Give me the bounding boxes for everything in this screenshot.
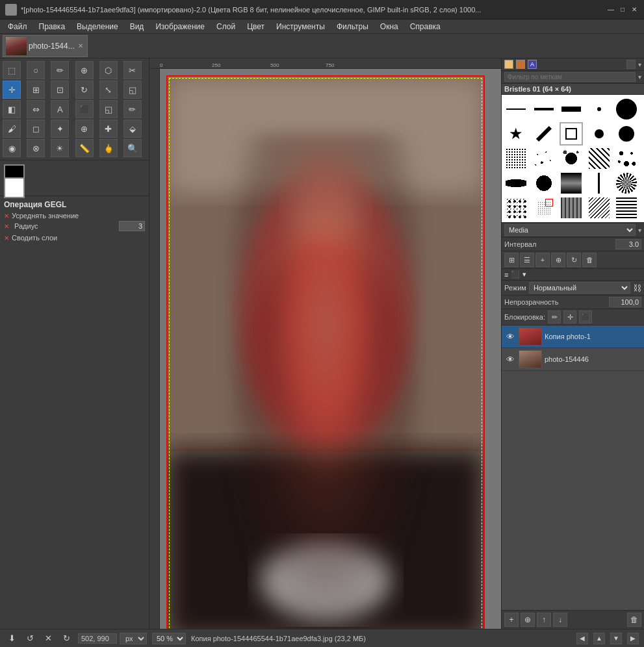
tool-free-select[interactable]: ✏ xyxy=(51,61,69,79)
tool-airbrush[interactable]: ✦ xyxy=(51,120,69,138)
background-color[interactable] xyxy=(4,177,25,198)
opacity-input[interactable] xyxy=(609,297,641,307)
brush-cell-22[interactable] xyxy=(532,196,556,220)
close-button[interactable]: ✕ xyxy=(630,5,639,14)
brush-cell-25[interactable] xyxy=(615,196,638,220)
layer-1-visibility[interactable]: 👁 xyxy=(504,331,516,342)
nav-down-button[interactable]: ▼ xyxy=(610,633,622,644)
layer-dup-button[interactable]: ⊕ xyxy=(521,613,535,627)
menu-item-0[interactable]: Файл xyxy=(3,21,32,32)
brush-cell-17[interactable] xyxy=(532,171,556,195)
media-select[interactable]: Media xyxy=(504,224,636,236)
status-export-icon[interactable]: ⬇ xyxy=(5,632,18,645)
nav-right-button[interactable]: ▶ xyxy=(627,633,639,644)
brush-action-new[interactable]: + xyxy=(535,253,550,267)
status-undo-icon[interactable]: ↺ xyxy=(23,632,36,645)
brush-cell-8[interactable] xyxy=(560,122,583,146)
layers-panel-arrow[interactable]: ▾ xyxy=(522,270,526,279)
tool-scale[interactable]: ⤡ xyxy=(99,81,118,99)
unit-select[interactable]: px xyxy=(120,633,147,644)
menu-item-7[interactable]: Инструменты xyxy=(271,21,330,32)
tool-text[interactable]: A xyxy=(51,100,69,118)
brush-action-grid[interactable]: ⊞ xyxy=(504,253,519,267)
tool-clone[interactable]: ⊕ xyxy=(75,120,94,138)
brush-cell-12[interactable] xyxy=(532,147,556,170)
tool-perspective[interactable]: ◧ xyxy=(3,100,21,118)
tool-measure[interactable]: 📏 xyxy=(75,139,94,157)
layer-down-button[interactable]: ↓ xyxy=(553,613,567,627)
tool-select-color[interactable]: ⬡ xyxy=(99,61,118,79)
menu-item-6[interactable]: Цвет xyxy=(242,21,270,32)
coords-input[interactable] xyxy=(78,633,117,644)
menu-item-8[interactable]: Фильтры xyxy=(331,21,374,32)
maximize-button[interactable]: □ xyxy=(618,5,627,14)
interval-input[interactable] xyxy=(615,239,641,249)
brush-cell-9[interactable] xyxy=(587,122,611,146)
tool-scissors[interactable]: ✂ xyxy=(123,61,142,79)
menu-item-5[interactable]: Слой xyxy=(211,21,240,32)
brush-cell-24[interactable] xyxy=(587,196,611,220)
tool-color-picker[interactable]: 🖕 xyxy=(99,139,118,157)
brush-cell-7[interactable] xyxy=(532,122,556,146)
canvas-image[interactable] xyxy=(166,75,485,629)
brush-cell-15[interactable] xyxy=(615,147,638,170)
filter-dropdown-arrow[interactable]: ▾ xyxy=(638,73,641,81)
tool-bucket[interactable]: ⬛ xyxy=(75,100,94,118)
brush-cell-21[interactable] xyxy=(504,196,528,220)
tool-move[interactable]: ✛ xyxy=(3,81,21,99)
brush-filter-input[interactable] xyxy=(504,72,636,82)
tool-align[interactable]: ⊞ xyxy=(27,81,45,99)
brush-cell-6[interactable]: ★ xyxy=(504,122,528,146)
layer-2-visibility[interactable]: 👁 xyxy=(504,353,516,365)
option-radius-input[interactable] xyxy=(119,221,145,231)
brush-action-refresh[interactable]: ↻ xyxy=(567,253,581,267)
brush-cell-5[interactable] xyxy=(615,97,638,121)
menu-item-3[interactable]: Вид xyxy=(125,21,149,32)
brush-cell-13[interactable] xyxy=(560,147,583,170)
status-delete-icon[interactable]: ✕ xyxy=(42,632,55,645)
brush-action-dup[interactable]: ⊕ xyxy=(551,253,565,267)
menu-item-1[interactable]: Правка xyxy=(34,21,71,32)
layer-new-button[interactable]: + xyxy=(504,613,519,627)
tool-smudge[interactable]: ⊗ xyxy=(27,139,45,157)
brush-cell-11[interactable] xyxy=(504,147,528,170)
menu-item-2[interactable]: Выделение xyxy=(71,21,123,32)
tool-blend[interactable]: ◱ xyxy=(99,100,118,118)
status-redo-icon[interactable]: ↻ xyxy=(60,632,73,645)
option-radius-close[interactable]: ✕ xyxy=(4,223,9,230)
brush-cell-1[interactable] xyxy=(504,97,528,121)
tool-heal[interactable]: ✚ xyxy=(99,120,118,138)
lock-move-button[interactable]: ✛ xyxy=(563,311,576,324)
layer-up-button[interactable]: ↑ xyxy=(537,613,551,627)
media-panel-arrow[interactable]: ▾ xyxy=(638,227,641,234)
tool-pencil[interactable]: ✏ xyxy=(123,100,142,118)
tool-crop[interactable]: ⊡ xyxy=(51,81,69,99)
lock-pen-button[interactable]: ✏ xyxy=(548,311,561,324)
canvas-wrapper[interactable] xyxy=(160,69,501,629)
brush-cell-16[interactable] xyxy=(504,171,528,195)
zoom-select[interactable]: 50 % xyxy=(152,633,186,644)
menu-item-10[interactable]: Справка xyxy=(405,21,446,32)
option-merge-close[interactable]: ✕ xyxy=(4,235,9,242)
tool-dodge-burn[interactable]: ☀ xyxy=(51,139,69,157)
nav-prev-button[interactable]: ◀ xyxy=(576,633,588,644)
brush-cell-18[interactable] xyxy=(560,171,583,195)
menu-item-9[interactable]: Окна xyxy=(375,21,404,32)
tool-paintbrush[interactable]: 🖌 xyxy=(3,120,21,138)
lock-alpha-button[interactable]: ⬛ xyxy=(579,311,592,324)
layers-mode-select[interactable]: Нормальный xyxy=(529,282,630,294)
nav-next-button[interactable]: ▲ xyxy=(593,633,605,644)
tool-flip[interactable]: ⇔ xyxy=(27,100,45,118)
brush-cell-2[interactable] xyxy=(532,97,556,121)
tool-perspective-clone[interactable]: ⬙ xyxy=(123,120,142,138)
brush-cell-20[interactable] xyxy=(615,171,638,195)
tool-zoom[interactable]: 🔍 xyxy=(123,139,142,157)
chain-link-icon[interactable]: ⛓ xyxy=(633,283,641,293)
option-average-close[interactable]: ✕ xyxy=(4,212,9,220)
brush-cell-23[interactable] xyxy=(560,196,583,220)
tool-shear[interactable]: ◱ xyxy=(123,81,142,99)
tool-blur-sharpen[interactable]: ◉ xyxy=(3,139,21,157)
brush-action-delete[interactable]: 🗑 xyxy=(582,253,597,267)
menu-item-4[interactable]: Изображение xyxy=(150,21,210,32)
tab-close-button[interactable]: ✕ xyxy=(77,42,84,50)
